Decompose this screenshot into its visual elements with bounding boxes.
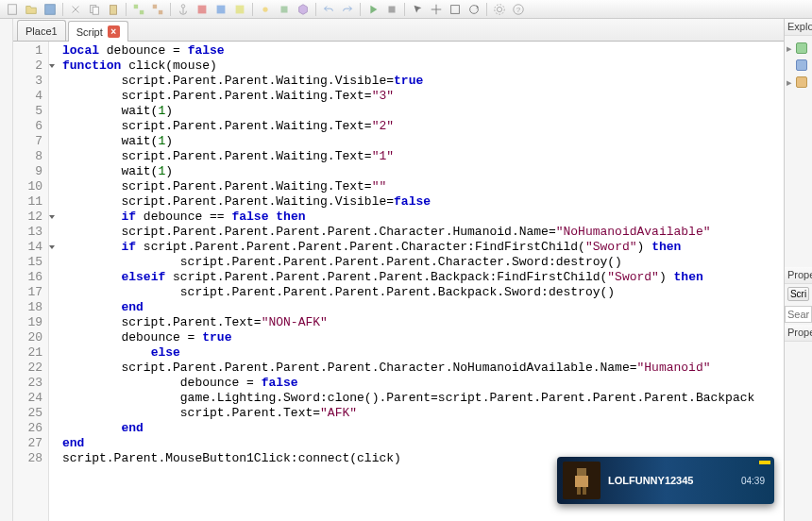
cut-icon[interactable] [67,2,84,17]
properties-body [785,342,812,522]
paste-icon[interactable] [105,2,122,17]
code-editor[interactable]: 1234567891011121314151617181920212223242… [13,42,784,521]
stop-icon[interactable] [383,2,400,17]
help-icon[interactable]: ? [510,2,527,17]
tree-item[interactable]: ▸ [787,74,810,91]
search-input[interactable] [785,306,812,323]
svg-rect-5 [134,4,138,8]
copy-icon[interactable] [86,2,103,17]
move-icon[interactable] [428,2,445,17]
select-icon[interactable] [409,2,426,17]
svg-rect-0 [8,4,17,14]
redo-icon[interactable] [339,2,356,17]
svg-rect-16 [451,5,460,13]
tree-item[interactable] [787,57,810,74]
explorer-header[interactable]: Explor [785,19,812,36]
line-numbers: 1234567891011121314151617181920212223242… [13,42,49,521]
insert-icon[interactable] [276,2,293,17]
close-icon[interactable]: × [108,25,120,38]
color-icon[interactable] [194,2,211,17]
svg-point-17 [470,5,479,13]
svg-point-19 [495,4,505,14]
svg-rect-11 [217,5,226,13]
script-filter-button[interactable]: Scri [787,287,809,301]
anchor-icon[interactable] [175,2,192,17]
svg-rect-1 [45,4,56,14]
material-icon[interactable] [212,2,229,17]
tab-bar: Place1 Script × [13,19,784,42]
new-icon[interactable] [4,2,21,17]
svg-point-13 [262,7,267,11]
right-panel: Explor ▸ ▸ Prope Scri Prope [784,19,812,521]
explorer-tree[interactable]: ▸ ▸ [785,36,812,94]
code-content[interactable]: local debounce = falsefunction click(mou… [59,42,784,521]
svg-rect-14 [281,6,288,12]
ungroup-icon[interactable] [149,2,166,17]
left-gutter [0,19,13,521]
tab-label: Script [76,26,103,38]
svg-rect-10 [198,5,207,13]
tab-script[interactable]: Script × [68,21,128,42]
svg-rect-6 [140,9,144,13]
undo-icon[interactable] [320,2,337,17]
tab-place1[interactable]: Place1 [17,20,66,41]
scale-icon[interactable] [447,2,464,17]
svg-rect-7 [153,4,157,8]
notification-toast[interactable]: LOLFUNNY12345 04:39 [557,457,774,504]
svg-rect-24 [577,487,581,495]
properties-header-2[interactable]: Prope [785,325,812,342]
tree-item[interactable]: ▸ [787,40,810,57]
lighting-icon[interactable] [257,2,274,17]
group-icon[interactable] [130,2,147,17]
model-icon[interactable] [295,2,312,17]
svg-point-9 [181,4,185,8]
fold-gutter[interactable] [49,42,59,521]
main-toolbar: ? [0,0,812,19]
tab-label: Place1 [25,25,58,37]
open-icon[interactable] [23,2,40,17]
settings-icon[interactable] [491,2,508,17]
save-icon[interactable] [42,2,59,17]
svg-rect-23 [575,476,588,487]
svg-rect-4 [110,5,117,14]
svg-rect-12 [236,5,245,13]
avatar [563,462,601,499]
svg-rect-3 [93,7,98,14]
svg-rect-15 [389,6,396,12]
play-icon[interactable] [364,2,381,17]
properties-header[interactable]: Prope [785,267,812,284]
rotate-icon[interactable] [465,2,482,17]
toast-username: LOLFUNNY12345 [608,475,734,486]
svg-point-18 [497,7,501,11]
surface-icon[interactable] [231,2,248,17]
svg-rect-22 [577,468,586,476]
svg-rect-8 [159,9,162,13]
svg-rect-25 [583,487,586,495]
svg-text:?: ? [516,5,521,13]
toast-timestamp: 04:39 [741,476,769,486]
